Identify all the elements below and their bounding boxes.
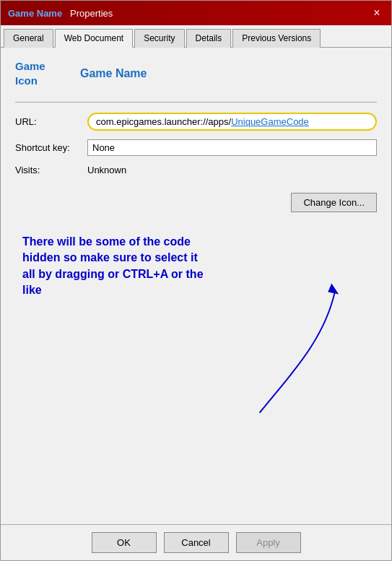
props-label	[65, 8, 70, 19]
svg-marker-0	[328, 283, 339, 294]
properties-label: Properties	[70, 8, 113, 19]
title-bar: Game Name Properties ×	[1, 1, 391, 25]
tabs-bar: General Web Document Security Details Pr…	[1, 25, 391, 48]
tab-details[interactable]: Details	[186, 29, 232, 48]
tab-web-document[interactable]: Web Document	[55, 29, 133, 48]
shortcut-input[interactable]	[87, 139, 377, 156]
game-name-title: Game Name	[80, 67, 147, 80]
footer: OK Cancel Apply	[1, 524, 391, 560]
apply-button[interactable]: Apply	[236, 532, 301, 553]
visits-field-row: Visits: Unknown	[15, 165, 377, 175]
tab-security[interactable]: Security	[134, 29, 184, 48]
cancel-button[interactable]: Cancel	[164, 532, 229, 553]
shortcut-label: Shortcut key:	[15, 142, 87, 153]
tab-previous-versions[interactable]: Previous Versions	[232, 29, 321, 48]
url-field-row: URL: com.epicgames.launcher://apps/Uniqu…	[15, 113, 377, 131]
game-icon-label: GameIcon	[15, 59, 58, 87]
title-bar-text: Game Name Properties	[8, 8, 370, 19]
url-code: UniqueGameCode	[231, 116, 309, 127]
visits-label: Visits:	[15, 165, 87, 175]
content-area: GameIcon Game Name URL: com.epicgames.la…	[1, 48, 391, 524]
shortcut-field-row: Shortcut key:	[15, 139, 377, 156]
annotation-text: There will be some of the code hidden so…	[22, 234, 210, 299]
properties-window: Game Name Properties × General Web Docum…	[0, 0, 392, 561]
annotation-area: There will be some of the code hidden so…	[15, 212, 377, 513]
divider	[15, 102, 377, 103]
app-name: Game Name	[8, 8, 62, 19]
ok-button[interactable]: OK	[92, 532, 157, 553]
close-button[interactable]: ×	[370, 6, 384, 20]
change-icon-row: Change Icon...	[15, 190, 377, 212]
change-icon-button[interactable]: Change Icon...	[291, 193, 377, 212]
icon-name-row: GameIcon Game Name	[15, 59, 377, 87]
url-prefix: com.epicgames.launcher://apps/	[96, 116, 231, 127]
url-label: URL:	[15, 116, 87, 127]
url-input[interactable]: com.epicgames.launcher://apps/UniqueGame…	[87, 113, 377, 131]
tab-general[interactable]: General	[4, 29, 53, 48]
visits-value: Unknown	[87, 165, 126, 175]
url-text: com.epicgames.launcher://apps/UniqueGame…	[96, 116, 309, 127]
